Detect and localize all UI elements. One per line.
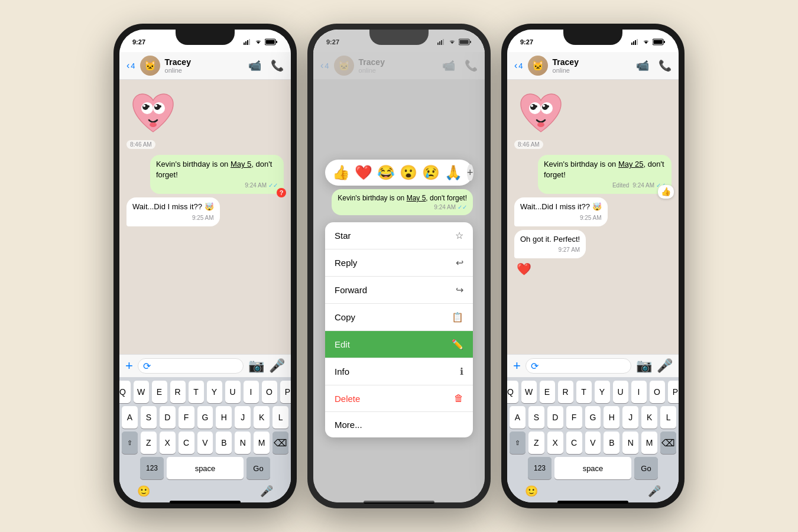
- emoji-icon-right[interactable]: 🙂: [525, 485, 538, 498]
- key-L[interactable]: L: [273, 406, 288, 429]
- key-S-r[interactable]: S: [528, 406, 544, 429]
- key-J-r[interactable]: J: [622, 406, 638, 429]
- menu-item-copy[interactable]: Copy 📋: [325, 304, 473, 331]
- mic-bottom-icon-right[interactable]: 🎤: [648, 485, 661, 498]
- key-G-r[interactable]: G: [585, 406, 601, 429]
- key-I[interactable]: I: [244, 381, 259, 403]
- key-shift-left[interactable]: ⇧: [122, 432, 138, 454]
- menu-item-more[interactable]: More...: [325, 412, 473, 437]
- key-K[interactable]: K: [254, 406, 270, 429]
- key-R-r[interactable]: R: [558, 381, 573, 403]
- key-B[interactable]: B: [216, 432, 232, 454]
- key-T-r[interactable]: T: [576, 381, 592, 403]
- emoji-more-button[interactable]: +: [467, 164, 473, 181]
- key-J[interactable]: J: [235, 406, 251, 429]
- plus-icon-left[interactable]: +: [125, 358, 133, 374]
- key-W[interactable]: W: [134, 381, 149, 403]
- status-icons-right: [631, 38, 666, 46]
- key-F[interactable]: F: [179, 406, 194, 429]
- back-button-right[interactable]: ‹ 4: [514, 60, 523, 71]
- key-space-right[interactable]: space: [554, 457, 631, 479]
- key-H-r[interactable]: H: [604, 406, 619, 429]
- key-P[interactable]: P: [280, 381, 291, 403]
- reaction-heart[interactable]: ❤️: [355, 164, 372, 181]
- key-U[interactable]: U: [225, 381, 241, 403]
- key-Y[interactable]: Y: [207, 381, 222, 403]
- key-F-r[interactable]: F: [566, 406, 582, 429]
- mic-icon-left[interactable]: 🎤: [269, 358, 285, 374]
- key-Z[interactable]: Z: [141, 432, 157, 454]
- key-N[interactable]: N: [235, 432, 251, 454]
- key-123-left[interactable]: 123: [140, 457, 164, 479]
- video-icon-right[interactable]: 📹: [636, 59, 649, 72]
- key-G[interactable]: G: [197, 406, 213, 429]
- key-M[interactable]: M: [254, 432, 270, 454]
- key-V-r[interactable]: V: [585, 432, 601, 454]
- phone-left: 9:27 ‹ 4 🐱 Tracey online: [113, 24, 297, 508]
- emoji-icon-left[interactable]: 🙂: [137, 485, 150, 498]
- key-S[interactable]: S: [141, 406, 157, 429]
- menu-item-forward[interactable]: Forward ↪: [325, 277, 473, 304]
- key-Q[interactable]: Q: [119, 381, 131, 403]
- key-O-r[interactable]: O: [650, 381, 665, 403]
- key-R[interactable]: R: [170, 381, 186, 403]
- key-K-r[interactable]: K: [641, 406, 657, 429]
- key-X-r[interactable]: X: [547, 432, 563, 454]
- key-space-left[interactable]: space: [167, 457, 244, 479]
- key-C-r[interactable]: C: [566, 432, 582, 454]
- key-V[interactable]: V: [197, 432, 213, 454]
- key-C[interactable]: C: [179, 432, 194, 454]
- key-O[interactable]: O: [262, 381, 277, 403]
- phone-icon-left[interactable]: 📞: [271, 59, 284, 72]
- key-N-r[interactable]: N: [622, 432, 638, 454]
- reaction-laugh[interactable]: 😂: [377, 164, 395, 181]
- menu-item-edit[interactable]: Edit ✏️: [325, 331, 473, 358]
- input-field-right[interactable]: ⟳: [525, 358, 631, 374]
- key-H[interactable]: H: [216, 406, 232, 429]
- key-A-r[interactable]: A: [510, 406, 525, 429]
- mic-bottom-icon-left[interactable]: 🎤: [260, 485, 273, 498]
- phone-icon-right[interactable]: 📞: [658, 59, 672, 72]
- key-go-left[interactable]: Go: [246, 457, 270, 479]
- key-go-right[interactable]: Go: [634, 457, 658, 479]
- key-T[interactable]: T: [189, 381, 204, 403]
- reaction-pray[interactable]: 🙏: [445, 164, 462, 181]
- svg-rect-21: [470, 41, 471, 43]
- key-123-right[interactable]: 123: [528, 457, 552, 479]
- input-field-left[interactable]: ⟳: [138, 358, 244, 374]
- key-U-r[interactable]: U: [613, 381, 628, 403]
- key-Q-r[interactable]: Q: [507, 381, 518, 403]
- key-B-r[interactable]: B: [604, 432, 619, 454]
- mic-icon-right[interactable]: 🎤: [657, 358, 673, 374]
- reaction-thumbsup[interactable]: 👍: [332, 164, 350, 181]
- key-W-r[interactable]: W: [521, 381, 537, 403]
- key-Y-r[interactable]: Y: [595, 381, 610, 403]
- menu-item-star[interactable]: Star ☆: [325, 222, 473, 249]
- menu-item-info[interactable]: Info ℹ: [325, 358, 473, 385]
- key-D-r[interactable]: D: [547, 406, 563, 429]
- key-L-r[interactable]: L: [660, 406, 676, 429]
- key-D[interactable]: D: [160, 406, 176, 429]
- back-button-left[interactable]: ‹ 4: [126, 60, 135, 71]
- key-X[interactable]: X: [160, 432, 176, 454]
- header-icons-right: 📹 📞: [636, 59, 672, 72]
- menu-item-reply[interactable]: Reply ↩: [325, 249, 473, 277]
- key-M-r[interactable]: M: [641, 432, 657, 454]
- key-I-r[interactable]: I: [631, 381, 647, 403]
- emoji-reaction-bar[interactable]: 👍 ❤️ 😂 😮 😢 🙏 +: [325, 160, 473, 186]
- plus-icon-right[interactable]: +: [513, 358, 521, 374]
- key-shift-right[interactable]: ⇧: [510, 432, 525, 454]
- reaction-wow[interactable]: 😮: [400, 164, 417, 181]
- key-delete-right[interactable]: ⌫: [660, 432, 676, 454]
- key-Z-r[interactable]: Z: [528, 432, 544, 454]
- key-E[interactable]: E: [152, 381, 167, 403]
- camera-icon-right[interactable]: 📷: [636, 358, 652, 374]
- video-icon-left[interactable]: 📹: [248, 59, 261, 72]
- key-E-r[interactable]: E: [540, 381, 555, 403]
- key-P-r[interactable]: P: [668, 381, 679, 403]
- key-A[interactable]: A: [122, 406, 138, 429]
- menu-item-delete[interactable]: Delete 🗑: [325, 385, 473, 412]
- camera-icon-left[interactable]: 📷: [248, 358, 264, 374]
- key-delete-left[interactable]: ⌫: [273, 432, 288, 454]
- reaction-cry[interactable]: 😢: [422, 164, 440, 181]
